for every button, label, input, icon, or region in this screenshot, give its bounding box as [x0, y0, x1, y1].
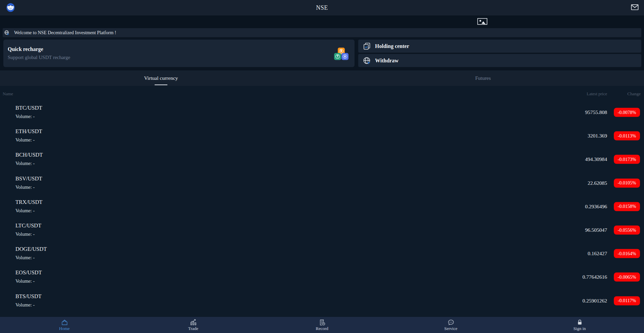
nav-item-sign-in[interactable]: Sign in: [515, 317, 644, 333]
tab-virtual-currency-label: Virtual currency: [144, 75, 178, 81]
quick-recharge-subtitle: Support global USDT recharge: [8, 55, 70, 60]
record-icon: [319, 319, 326, 326]
nav-item-service[interactable]: Service: [386, 317, 515, 333]
pair-name: EOS/USDT: [15, 269, 42, 276]
change-badge: -0.0173%: [614, 155, 640, 164]
withdraw-globe-icon: [363, 57, 371, 65]
latest-price: 0.77642616: [582, 274, 607, 280]
change-badge: -0.0065%: [614, 273, 640, 282]
volume-value: -: [33, 161, 35, 166]
pair-name: BTS/USDT: [15, 293, 42, 300]
mail-icon[interactable]: [631, 4, 639, 10]
market-row[interactable]: ETH/USDT Volume: - 3201.369 -0.0113%: [0, 124, 644, 148]
bottom-nav: Home Trade Record: [0, 317, 644, 333]
market-row[interactable]: EOS/USDT Volume: - 0.77642616 -0.0065%: [0, 265, 644, 289]
pair-volume: Volume: -: [15, 184, 35, 190]
tab-futures-label: Futures: [475, 75, 491, 81]
volume-value: -: [33, 278, 35, 284]
volume-label: Volume:: [15, 302, 32, 308]
nav-label-trade: Trade: [188, 326, 198, 331]
withdraw-button[interactable]: Withdraw: [358, 54, 641, 67]
holding-center-label: Holding center: [375, 43, 409, 49]
market-table: Name Latest price Change BTC/USDT Volume…: [0, 86, 644, 317]
change-badge: -0.0078%: [614, 108, 640, 117]
market-row[interactable]: DOGE/USDT Volume: - 0.162427 -0.0164%: [0, 242, 644, 265]
withdraw-label: Withdraw: [375, 58, 398, 64]
announcement-text: Welcome to NSE Decentralized Investment …: [14, 30, 116, 36]
volume-value: -: [33, 255, 35, 260]
tab-futures[interactable]: Futures: [322, 70, 644, 86]
page-title: NSE: [0, 0, 644, 15]
pair-name: LTC/USDT: [15, 222, 41, 229]
quick-recharge-card[interactable]: Quick recharge Support global USDT recha…: [3, 40, 355, 67]
pair-volume: Volume: -: [15, 114, 35, 119]
latest-price: 0.25901262: [582, 298, 607, 304]
lock-icon: [576, 319, 583, 326]
pair-name: BCH/USDT: [15, 152, 43, 158]
trade-icon: [190, 319, 197, 326]
volume-label: Volume:: [15, 114, 32, 119]
column-name: Name: [3, 91, 13, 97]
latest-price: 494.30984: [585, 156, 607, 162]
announcement-bar[interactable]: Welcome to NSE Decentralized Investment …: [3, 28, 641, 37]
latest-price: 95755.808: [585, 109, 607, 115]
pair-name: DOGE/USDT: [15, 246, 47, 253]
nav-item-home[interactable]: Home: [0, 317, 129, 333]
pair-volume: Volume: -: [15, 302, 35, 308]
top-bar: NSE: [0, 0, 644, 15]
latest-price: 96.505047: [585, 227, 607, 233]
globe-arrow-icon: [4, 30, 10, 36]
holding-center-button[interactable]: Holding center: [358, 40, 641, 53]
volume-value: -: [33, 231, 35, 237]
change-badge: -0.0158%: [614, 202, 640, 211]
latest-price: 22.62085: [588, 180, 607, 186]
pair-volume: Volume: -: [15, 278, 35, 284]
nav-item-record[interactable]: Record: [258, 317, 386, 333]
change-badge: -0.0105%: [614, 178, 640, 187]
volume-label: Volume:: [15, 255, 32, 260]
latest-price: 3201.369: [588, 133, 607, 139]
volume-value: -: [33, 137, 35, 143]
pair-volume: Volume: -: [15, 137, 35, 143]
market-row[interactable]: BCH/USDT Volume: - 494.30984 -0.0173%: [0, 148, 644, 171]
broken-image-icon: [477, 18, 487, 25]
volume-value: -: [33, 302, 35, 308]
service-icon: [447, 319, 454, 326]
latest-price: 0.162427: [588, 251, 607, 257]
svg-text:B: B: [340, 49, 342, 53]
volume-label: Volume:: [15, 278, 32, 284]
volume-value: -: [33, 184, 35, 190]
active-tab-underline: [155, 85, 167, 85]
tether-icon: T: [334, 53, 341, 60]
change-badge: -0.0117%: [614, 296, 640, 305]
volume-label: Volume:: [15, 137, 32, 143]
pair-name: ETH/USDT: [15, 128, 42, 135]
app-screen: NSE: [0, 0, 644, 333]
nav-item-trade[interactable]: Trade: [129, 317, 258, 333]
market-row[interactable]: BTC/USDT Volume: - 95755.808 -0.0078%: [0, 101, 644, 124]
market-tabs: Virtual currency Futures: [0, 70, 644, 86]
pair-volume: Volume: -: [15, 231, 35, 237]
market-row[interactable]: TRX/USDT Volume: - 0.2936496 -0.0158%: [0, 195, 644, 218]
change-badge: -0.0556%: [614, 226, 640, 235]
pair-volume: Volume: -: [15, 161, 35, 166]
pair-name: TRX/USDT: [15, 199, 43, 206]
holding-center-icon: [363, 42, 371, 50]
latest-price: 0.2936496: [585, 204, 607, 210]
change-badge: -0.0164%: [614, 249, 640, 258]
tab-virtual-currency[interactable]: Virtual currency: [0, 70, 322, 86]
nav-label-sign-in: Sign in: [573, 326, 586, 331]
volume-label: Volume:: [15, 161, 32, 166]
volume-label: Volume:: [15, 184, 32, 190]
change-badge: -0.0113%: [614, 131, 640, 141]
market-row[interactable]: LTC/USDT Volume: - 96.505047 -0.0556%: [0, 218, 644, 242]
volume-label: Volume:: [15, 208, 32, 213]
volume-value: -: [33, 114, 35, 119]
market-row[interactable]: BSV/USDT Volume: - 22.62085 -0.0105%: [0, 171, 644, 195]
banner-strip: [0, 15, 644, 28]
pair-volume: Volume: -: [15, 255, 35, 261]
nav-label-service: Service: [444, 326, 458, 331]
ethereum-icon: [341, 53, 348, 60]
market-row[interactable]: BTS/USDT Volume: - 0.25901262 -0.0117%: [0, 289, 644, 313]
market-list: BTC/USDT Volume: - 95755.808 -0.0078% ET…: [0, 101, 644, 313]
